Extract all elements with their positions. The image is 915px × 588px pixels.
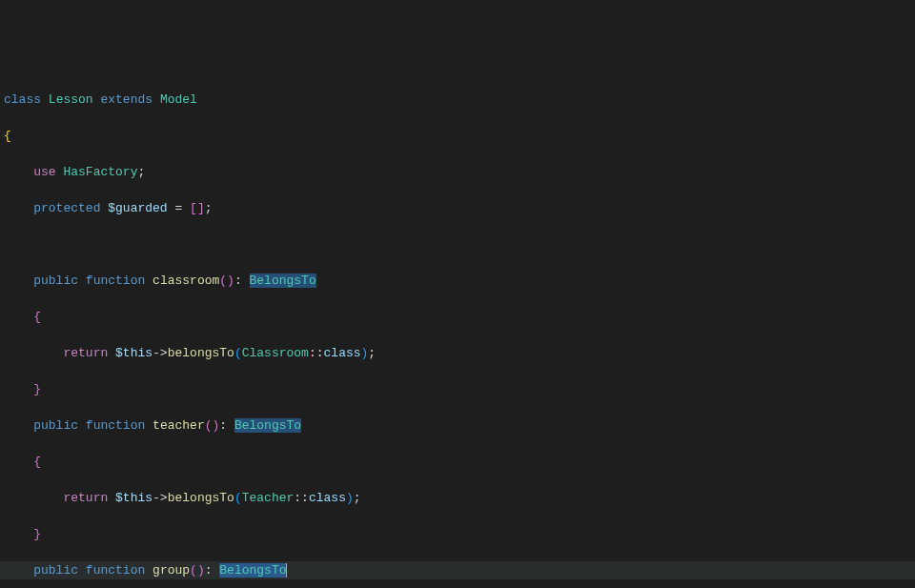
keyword-extends: extends: [100, 92, 152, 107]
array-literal: []: [190, 201, 205, 215]
modifier: public: [33, 418, 78, 433]
code-line[interactable]: {: [0, 127, 915, 145]
operator: =: [168, 201, 190, 215]
paren-open: (: [234, 346, 242, 360]
brace-open: {: [4, 129, 11, 143]
code-line[interactable]: }: [0, 525, 915, 543]
code-line[interactable]: public function classroom(): BelongsTo: [0, 272, 915, 290]
code-line[interactable]: {: [0, 308, 915, 326]
keyword-function: function: [86, 563, 145, 578]
code-line-active[interactable]: public function group(): BelongsTo: [0, 561, 915, 579]
semicolon: ;: [137, 165, 145, 179]
paren-open: (: [234, 491, 242, 505]
keyword-return: return: [63, 491, 108, 505]
class-const: class: [309, 491, 346, 505]
keyword-use: use: [33, 165, 55, 179]
code-line[interactable]: protected $guarded = [];: [0, 199, 915, 217]
brace-close: }: [33, 527, 41, 541]
code-line[interactable]: public function teacher(): BelongsTo: [0, 416, 915, 435]
code-line[interactable]: return $this->belongsTo(Teacher::class);: [0, 489, 915, 507]
method-name: teacher: [152, 418, 205, 433]
modifier: protected: [33, 201, 100, 215]
code-line[interactable]: use HasFactory;: [0, 163, 915, 181]
keyword-class: class: [4, 92, 41, 107]
arrow: ->: [152, 346, 168, 360]
method-call: belongsTo: [168, 491, 234, 505]
code-line[interactable]: [0, 235, 915, 253]
keyword-function: function: [86, 418, 145, 433]
keyword-function: function: [86, 274, 145, 288]
code-line[interactable]: class Lesson extends Model: [0, 91, 915, 109]
semicolon: ;: [368, 346, 376, 360]
return-type: BelongsTo: [250, 274, 316, 288]
colon: :: [234, 274, 250, 288]
code-line[interactable]: return $this->belongsTo(Classroom::class…: [0, 344, 915, 362]
method-name: classroom: [152, 274, 219, 288]
class-const: class: [324, 346, 361, 360]
double-colon: ::: [294, 491, 309, 505]
class-ref: Classroom: [242, 346, 309, 360]
code-line[interactable]: }: [0, 380, 915, 398]
trait-name: HasFactory: [63, 165, 137, 179]
brace-open: {: [33, 455, 41, 469]
this: $this: [115, 346, 152, 360]
this: $this: [115, 491, 152, 505]
method-name: group: [152, 563, 190, 578]
semicolon: ;: [205, 201, 213, 215]
parens: (): [190, 563, 205, 578]
return-type: BelongsTo: [234, 418, 301, 433]
code-editor[interactable]: class Lesson extends Model { use HasFact…: [0, 72, 915, 588]
keyword-return: return: [63, 346, 108, 360]
return-type-selected: BelongsTo: [219, 563, 286, 578]
variable: $guarded: [108, 201, 167, 215]
brace-close: }: [33, 382, 41, 396]
class-name: Lesson: [49, 92, 93, 107]
paren-close: ): [346, 491, 354, 505]
parens: (): [205, 418, 220, 433]
colon: :: [219, 418, 234, 433]
arrow: ->: [152, 491, 168, 505]
semicolon: ;: [354, 491, 361, 505]
parent-class: Model: [160, 92, 197, 107]
colon: :: [205, 563, 220, 578]
brace-open: {: [33, 310, 41, 324]
double-colon: ::: [309, 346, 324, 360]
class-ref: Teacher: [242, 491, 295, 505]
modifier: public: [33, 274, 78, 288]
modifier: public: [33, 563, 78, 578]
code-line[interactable]: {: [0, 453, 915, 471]
parens: (): [219, 274, 234, 288]
method-call: belongsTo: [168, 346, 234, 360]
